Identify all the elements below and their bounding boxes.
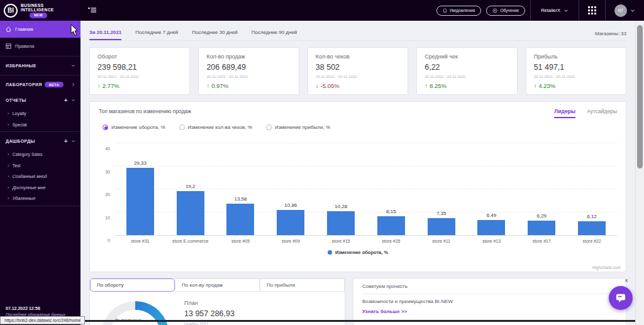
sidebar-section-dashboards[interactable]: ДАШБОРДЫ + xyxy=(0,133,80,149)
sidebar-item-созданные-мной[interactable]: ›Созданные мной xyxy=(0,171,80,182)
plan-tab-1[interactable]: По кол-ву продаж xyxy=(175,278,260,292)
app-logo: BI BUSINESS INTELLIGENCE NEW xyxy=(0,0,80,21)
plan-tab-2[interactable]: По прибыли xyxy=(260,278,345,292)
metric-radio-1[interactable]: Изменение кол-ва чеков, % xyxy=(179,124,252,130)
bar-store-E-commerce[interactable] xyxy=(177,191,204,235)
apps-grid-icon[interactable] xyxy=(579,6,605,14)
stores-count: Магазины: 33 xyxy=(595,31,626,40)
arrow-up-icon: ↑ xyxy=(534,82,537,89)
kpi-title: Кол-во чеков xyxy=(316,53,400,60)
chart-legend[interactable]: Изменение оборота, % xyxy=(99,250,617,255)
kpi-change-value: 0.97% xyxy=(211,82,228,89)
sidebar-section-favorites[interactable]: ИЗБРАННЫЕ xyxy=(0,58,80,74)
chevron-right-icon: › xyxy=(8,174,9,179)
date-filter-tab-1[interactable]: Последние 7 дней xyxy=(135,30,178,40)
add-report-icon[interactable]: + xyxy=(64,97,68,104)
bar-store-15[interactable] xyxy=(327,211,355,235)
dashboards-label: ДАШБОРДЫ xyxy=(6,139,35,143)
bottom-row: По оборотуПо кол-ву продажПо прибыли Вып… xyxy=(89,278,626,325)
bar-store-05[interactable] xyxy=(226,204,254,235)
metric-radio-2[interactable]: Изменение прибыли, % xyxy=(266,124,330,130)
bar-store-13[interactable] xyxy=(477,220,505,235)
user-avatar: NT xyxy=(614,4,627,17)
chat-button[interactable] xyxy=(609,286,633,310)
sidebar-subitem-label: Удаленные xyxy=(13,196,36,201)
bar-store-17[interactable] xyxy=(528,221,555,235)
sidebar-item-удаленные[interactable]: ›Удаленные xyxy=(0,193,80,204)
tab-outsiders[interactable]: Аутсайдеры xyxy=(587,108,617,118)
learn-more-link[interactable]: Узнать больше >> xyxy=(362,309,407,314)
main-content: За 20.11.2021Последние 7 днейПоследние 3… xyxy=(80,21,635,325)
date-filter-tab-3[interactable]: Последние 90 дней xyxy=(252,30,297,40)
collapse-sidebar-icon[interactable] xyxy=(88,5,97,16)
article-title[interactable]: Возможности и преимущества BI-NEW xyxy=(362,299,617,304)
training-button[interactable]: Обучение xyxy=(486,6,525,16)
sidebar-item-rules[interactable]: Правила xyxy=(0,38,80,55)
bar-value-label: 19,2 xyxy=(186,184,196,189)
bar-store-22[interactable] xyxy=(578,221,606,235)
chevron-right-icon: › xyxy=(8,185,9,190)
bar-store-25[interactable] xyxy=(377,216,405,235)
date-filter-tab-2[interactable]: Последние 30 дней xyxy=(192,30,238,40)
retailer-dropdown[interactable]: RetailerX xyxy=(531,0,579,21)
leader-tabs: ЛидерыАутсайдеры xyxy=(554,108,617,118)
kpi-change: ↓-5.05% xyxy=(316,82,400,89)
bar-store-31[interactable] xyxy=(126,168,154,235)
chevron-right-icon: › xyxy=(8,111,9,116)
kpi-period: 20-11-2021 - 20-11-2021 xyxy=(425,75,509,79)
sidebar-item-test[interactable]: ›Test xyxy=(0,160,80,172)
bar-value-label: 7,35 xyxy=(436,211,447,216)
date-filter-row: За 20.11.2021Последние 7 днейПоследние 3… xyxy=(89,27,626,41)
chat-icon xyxy=(615,293,626,303)
tab-leaders[interactable]: Лидеры xyxy=(554,108,575,118)
y-axis-tick: 10 xyxy=(105,216,110,220)
kpi-period: 20-11-2021 - 20-11-2021 xyxy=(534,75,618,79)
logo-bi-circle: BI xyxy=(4,4,18,18)
user-menu[interactable]: NT xyxy=(606,4,644,17)
bar-column: 7,35 xyxy=(416,144,467,235)
last-update-time: 07.12.2022 12:58 xyxy=(6,306,78,311)
bar-store-11[interactable] xyxy=(428,218,455,235)
page-scrollbar[interactable] xyxy=(635,21,644,325)
kpi-card-1: Кол-во продаж206 689,4920-11-2021 - 20-1… xyxy=(198,47,299,95)
kpi-period: 20-11-2021 - 20-11-2021 xyxy=(97,75,182,79)
beta-badge: BETA xyxy=(45,82,64,87)
sidebar-section-reports[interactable]: ОТЧЕТЫ + xyxy=(0,92,80,108)
arrow-up-icon: ↑ xyxy=(206,82,209,89)
sidebar-item-category-sales[interactable]: ›Category Sales xyxy=(0,149,80,160)
radio-icon xyxy=(179,124,185,130)
sidebar-item-special[interactable]: ›Special xyxy=(0,119,80,131)
sidebar-footer: 07.12.2022 12:58 Последнее обновление да… xyxy=(6,306,78,317)
highcharts-credit[interactable]: Highcharts.com xyxy=(592,265,621,270)
sidebar-section-laboratory[interactable]: ЛАБОРАТОРИЯ BETA xyxy=(0,77,80,92)
chevron-down-icon xyxy=(630,8,635,13)
dashboards-list: ›Category Sales›Test›Созданные мной›Дост… xyxy=(0,149,80,204)
kpi-value: 6,22 xyxy=(425,63,509,72)
sidebar-item-доступные-мне[interactable]: ›Доступные мне xyxy=(0,182,80,194)
logo-line1: BUSINESS xyxy=(21,3,53,8)
notifications-button[interactable]: Уведомления xyxy=(436,6,482,16)
sidebar-item-loyalty[interactable]: ›Loyalty xyxy=(0,108,80,119)
scrollbar-thumb[interactable] xyxy=(637,25,643,168)
new-badge: NEW xyxy=(30,13,47,18)
sidebar-subitem-label: Category Sales xyxy=(13,152,43,157)
bar-store-09[interactable] xyxy=(277,210,304,235)
date-filter-tab-0[interactable]: За 20.11.2021 xyxy=(89,30,121,40)
legend-marker xyxy=(328,250,332,255)
add-dashboard-icon[interactable]: + xyxy=(64,138,68,145)
chat-close-icon[interactable]: × xyxy=(625,277,628,284)
x-axis: store #31store E-commercestore #05store … xyxy=(115,236,617,243)
status-bar-url: https://bnb2-dev.datawiz.io/c/248/home xyxy=(0,316,85,324)
kpi-change: ↑4.23% xyxy=(534,82,618,89)
x-axis-label: store #25 xyxy=(366,236,416,243)
kpi-change-value: 2.77% xyxy=(103,82,119,89)
chevron-down-icon xyxy=(71,63,75,68)
sidebar-item-home[interactable]: Главная xyxy=(0,21,80,38)
metric-radio-0[interactable]: Изменение оборота, % xyxy=(103,124,165,130)
advice-card: Советуем прочесть Возможности и преимуще… xyxy=(353,278,626,325)
bar-column: 6,12 xyxy=(567,144,617,235)
plan-tabs: По оборотуПо кол-ву продажПо прибыли xyxy=(90,278,345,292)
chevron-down-icon xyxy=(71,139,75,143)
plan-tab-0[interactable]: По обороту xyxy=(90,278,175,292)
topbar-actions: Уведомления Обучение RetailerX NT xyxy=(436,0,644,21)
